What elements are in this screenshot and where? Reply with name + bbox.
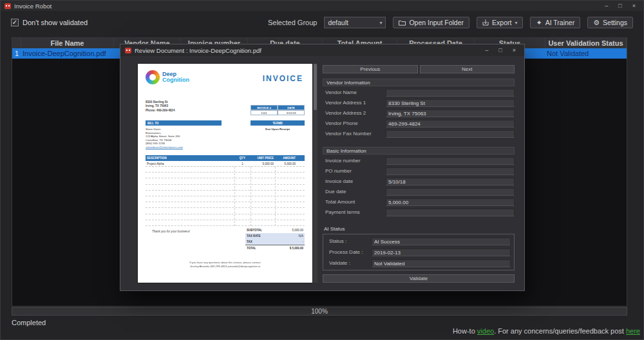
dont-show-validated-checkbox[interactable]: ✓ Don't show validated: [11, 19, 88, 26]
vendor-fax-label: Vendor Fax Number: [323, 131, 386, 137]
checkbox-check-icon[interactable]: ✓: [11, 19, 19, 26]
cell-user-validation-status: Not Validated: [545, 48, 627, 59]
invoice-footer: If you have any questions about this inv…: [138, 261, 312, 268]
modal-close-button[interactable]: ×: [513, 47, 516, 53]
validate-status-label: Validate :: [327, 260, 372, 266]
tax-rate-value: N/A: [278, 234, 305, 238]
payment-terms-label: Payment terms: [323, 209, 386, 215]
ai-status-header: AI Status: [323, 226, 515, 232]
terms-header: TERMS: [251, 120, 305, 126]
app-robot-icon: [5, 3, 11, 9]
date-value: 5/10/18: [278, 110, 305, 115]
titlebar: Invoice Robot – □ ×: [1, 1, 643, 11]
vendor-name-input[interactable]: [386, 89, 515, 97]
vendor-logo: Deep Cognition: [146, 70, 189, 84]
next-button[interactable]: Next: [420, 65, 515, 73]
chevron-down-icon: ▾: [515, 20, 517, 26]
field-payment-terms: Payment terms: [323, 208, 515, 216]
vendor-address-1-input[interactable]: 8330 Sterling St: [386, 99, 515, 107]
tax-label: TAX: [245, 240, 278, 243]
previous-button[interactable]: Previous: [323, 65, 418, 73]
payment-terms-input[interactable]: [386, 209, 515, 216]
ai-trainer-button[interactable]: ✦ AI Trainer: [530, 17, 580, 28]
item-description: Project Alpha: [146, 162, 234, 165]
close-button[interactable]: ×: [632, 3, 636, 9]
invoice-item-row: Project Alpha 1 5,000.00 5,000.00: [146, 161, 305, 167]
invoice-title: INVOICE: [263, 74, 303, 83]
export-button[interactable]: Export ▾: [477, 17, 523, 28]
total-amount-input[interactable]: 5,000.00: [386, 198, 515, 206]
invoice-number-input[interactable]: [386, 157, 515, 165]
due-date-input[interactable]: [386, 188, 515, 196]
items-header-amount: AMOUNT: [275, 156, 297, 160]
basic-information-header: Basic Information: [323, 147, 515, 155]
invoice-date-input[interactable]: 5/10/18: [386, 178, 515, 185]
validate-status-value[interactable]: Not Validated: [372, 260, 511, 267]
modal-minimize-button[interactable]: –: [485, 47, 488, 53]
vendor-phone-label: Vendor Phone: [323, 120, 386, 126]
export-label: Export: [492, 19, 511, 26]
help-prefix: How-to: [453, 327, 475, 335]
modal-maximize-button[interactable]: □: [498, 47, 502, 53]
help-text: How-to video. For any concerns/queries/f…: [453, 327, 640, 335]
process-date-label: Process Date :: [327, 249, 372, 255]
field-invoice-date: Invoice date 5/10/18: [323, 177, 515, 185]
bill-to-email: stevedavis@entertainers.com: [146, 146, 183, 149]
items-header-unit-price: UNIT PRICE: [251, 156, 275, 160]
scrollbar-thumb[interactable]: [314, 64, 317, 110]
app-window: Invoice Robot – □ × ✓ Don't show validat…: [0, 0, 644, 340]
field-due-date: Due date: [323, 187, 515, 196]
ai-trainer-label: AI Trainer: [545, 19, 575, 26]
vendor-address-block: 8330 Sterling St Irving, TX 75063 Phone:…: [146, 100, 175, 113]
vendor-information-header: Vendor Information: [323, 79, 515, 86]
tax-rate-label: TAX RATE: [245, 234, 278, 238]
video-link[interactable]: video: [477, 327, 494, 335]
invoice-number-label: Invoice number: [323, 158, 386, 164]
column-header-user-validation-status[interactable]: User Validation Status: [545, 38, 627, 48]
po-number-input[interactable]: [386, 167, 515, 175]
selected-group-label: Selected Group: [268, 19, 317, 26]
document-scrollbar[interactable]: [313, 64, 317, 283]
vendor-fax-input[interactable]: [386, 130, 515, 138]
selected-group-dropdown[interactable]: default ▾: [324, 17, 386, 28]
maximize-button[interactable]: □: [618, 3, 621, 9]
field-invoice-number: Invoice number: [323, 156, 515, 165]
subtotal-label: SUBTOTAL: [245, 229, 278, 232]
vendor-phone-input[interactable]: 469-299-4824: [386, 120, 515, 128]
open-input-folder-button[interactable]: Open Input Folder: [393, 17, 469, 28]
minimize-button[interactable]: –: [605, 3, 608, 9]
document-preview: Deep Cognition INVOICE 8330 Sterling St …: [138, 64, 312, 283]
settings-button[interactable]: ⚙ Settings: [587, 17, 633, 28]
field-vendor-address-1: Vendor Address 1 8330 Sterling St: [323, 99, 515, 107]
toolbar: ✓ Don't show validated Selected Group de…: [1, 11, 643, 34]
total-value: $ 5,000.00: [278, 247, 305, 250]
modal-body: Deep Cognition INVOICE 8330 Sterling St …: [120, 56, 524, 290]
ai-status-value[interactable]: AI Success: [372, 238, 511, 245]
address-line: Phone: 469-299-4824: [146, 109, 175, 113]
here-link[interactable]: here: [626, 327, 640, 335]
progress-percent: 100%: [311, 308, 328, 315]
item-amount: 5,000.00: [275, 162, 297, 165]
vendor-address-2-label: Vendor Address 2: [323, 110, 386, 116]
date-header: DATE: [278, 105, 305, 110]
process-date-value[interactable]: 2019-02-13: [372, 249, 511, 256]
invoice-items-table: DESCRIPTION QTY UNIT PRICE AMOUNT Projec…: [146, 155, 305, 226]
field-po-number: PO number: [323, 167, 515, 175]
folder-icon: [399, 20, 406, 26]
vendor-address-1-label: Vendor Address 1: [323, 100, 386, 106]
field-process-date: Process Date : 2019-02-13: [327, 248, 511, 256]
items-header-qty: QTY: [234, 156, 251, 160]
field-vendor-fax: Vendor Fax Number: [323, 129, 515, 138]
footer-line: Jeremy Amanda 469-299-4824 jamanda@deepc…: [138, 265, 312, 269]
cell-file-name: Invoice-DeepCognition.pdf: [21, 48, 114, 59]
item-unit-price: 5,000.00: [251, 162, 275, 165]
column-header-file-name[interactable]: File Name: [21, 38, 114, 48]
modal-titlebar: Review Document : Invoice-DeepCognition.…: [120, 44, 524, 56]
settings-label: Settings: [603, 19, 627, 26]
help-middle: . For any concerns/queries/feedback post: [494, 327, 624, 335]
vendor-address-2-input[interactable]: Irving, TX 75063: [386, 109, 515, 117]
review-form-panel: Previous Next Vendor Information Vendor …: [323, 65, 515, 283]
item-qty: 1: [234, 162, 251, 165]
modal-title: Review Document : Invoice-DeepCognition.…: [135, 47, 261, 54]
validate-button[interactable]: Validate: [323, 274, 515, 283]
